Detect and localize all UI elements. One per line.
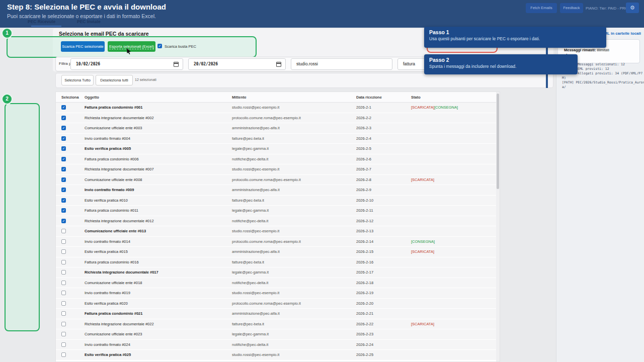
table-row: ✓ Invio contratto firmato #009 amministr… (56, 185, 500, 196)
tab-pec-ricevute[interactable]: PEC Ricevute (28, 19, 55, 24)
deselect-all-button[interactable]: Deseleziona tutti (96, 75, 133, 85)
row-checkbox[interactable]: ✓ (61, 167, 66, 171)
table-scrollbar-thumb[interactable] (497, 94, 499, 189)
row-sender: notifiche@pec-delta.it (232, 219, 356, 223)
download-selected-button[interactable]: Scarica PEC selezionate (61, 41, 105, 52)
select-all-button[interactable]: Seleziona Tutto (61, 75, 94, 85)
row-date: 2026-2-14 (356, 239, 411, 244)
table-row: Esito verifica pratica #025 studio.rossi… (56, 350, 500, 360)
row-subject: Comunicazione ufficiale ente #003 (85, 126, 232, 130)
row-date: 2026-2-6 (356, 157, 411, 161)
row-subject: Invio contratto firmato #019 (85, 291, 232, 295)
calendar-icon[interactable] (276, 62, 281, 67)
row-subject: Richiesta integrazione documentale #017 (85, 270, 232, 275)
table-scrollbar[interactable] (496, 92, 500, 361)
table-row: Invio contratto firmato #019 studio.ross… (56, 288, 500, 299)
mouse-cursor-icon (126, 47, 131, 56)
export-excel-button[interactable]: Esporta selezionati (Excel) (108, 41, 155, 52)
row-checkbox[interactable]: ✓ (61, 136, 66, 141)
row-date: 2026-2-22 (356, 322, 411, 326)
row-checkbox[interactable] (61, 270, 66, 275)
row-date: 2026-2-18 (356, 281, 411, 285)
row-sender: legale@pec-gamma.it (232, 332, 356, 336)
row-checkbox[interactable]: ✓ (61, 177, 66, 182)
table-row: ✓ Richiesta integrazione documentale #01… (56, 216, 500, 227)
row-date: 2026-2-25 (356, 352, 411, 357)
tab-pec-inviate[interactable]: PEC Inviate (77, 19, 101, 24)
row-checkbox[interactable]: ✓ (61, 105, 66, 110)
row-date: 2026-2-9 (356, 188, 411, 192)
row-date: 2026-2-23 (356, 332, 411, 336)
row-checkbox[interactable]: ✓ (61, 208, 66, 213)
row-sender: fatture@pec-beta.it (232, 322, 356, 326)
row-status: [SCARICATA][CONSEGNA] (411, 105, 500, 110)
row-sender: studio.rossi@pec-esempio.it (232, 167, 356, 171)
row-checkbox[interactable] (61, 229, 66, 233)
row-subject: Fattura pratica condominio #006 (85, 157, 232, 161)
row-sender: legale@pec-gamma.it (232, 146, 356, 151)
row-checkbox[interactable] (61, 239, 66, 244)
messages-remaining: Messaggi rimasti: illimitati (564, 48, 609, 52)
tutorial-highlight-2 (5, 103, 40, 331)
row-subject: Richiesta integrazione documentale #012 (85, 219, 232, 223)
row-sender: amministrazione@pec-alfa.it (232, 249, 356, 254)
row-checkbox[interactable] (61, 332, 66, 336)
row-checkbox[interactable] (61, 352, 66, 357)
row-checkbox[interactable]: ✓ (61, 146, 66, 151)
row-checkbox[interactable]: ✓ (61, 116, 66, 120)
row-subject: Richiesta integrazione documentale #007 (85, 167, 232, 171)
step-title: Step 8: Seleziona le PEC e avvia il down… (7, 3, 166, 11)
date-to-input[interactable]: 20/02/2026 (188, 58, 286, 70)
tooltip-passo-1: Passo 1 Usa questi pulsanti per scaricar… (424, 27, 606, 48)
table-row: ✓ Fattura pratica condominio #011 legale… (56, 206, 500, 216)
feedback-button[interactable]: Feedback (560, 3, 583, 13)
step-subtitle: Puoi scaricare le selezionate o esportar… (7, 13, 156, 19)
status-badge: [SCARICATA] (411, 105, 434, 110)
row-date: 2026-2-21 (356, 311, 411, 316)
row-subject: Fattura pratica condominio #021 (85, 311, 232, 316)
table-row: Esito verifica pratica #015 amministrazi… (56, 247, 500, 257)
table-row: ✓ Richiesta integrazione documentale #00… (56, 113, 500, 124)
tutorial-badge-1: 1 (2, 28, 13, 39)
row-subject: Comunicazione ufficiale ente #023 (85, 332, 232, 336)
row-checkbox[interactable]: ✓ (61, 157, 66, 161)
row-checkbox[interactable]: ✓ (61, 188, 66, 192)
eml-folders-link[interactable]: EML in cartelle locali (601, 31, 641, 36)
log-line: Allegati previsti: 34 (PDF/XML/P7 (578, 71, 642, 75)
table-row: ✓ Esito verifica pratica #010 fatture@pe… (56, 196, 500, 206)
section-title: Seleziona le email PEC da scaricare (59, 31, 149, 37)
row-subject: Esito verifica pratica #010 (85, 198, 232, 203)
row-checkbox[interactable] (61, 342, 66, 347)
table-row: Comunicazione ufficiale ente #023 legale… (56, 329, 500, 340)
row-checkbox[interactable] (61, 249, 66, 254)
table-row: Comunicazione ufficiale ente #013 studio… (56, 226, 500, 237)
row-status: [SCARICATA] (411, 322, 500, 326)
row-subject: Fattura pratica condominio #001 (85, 105, 232, 110)
row-checkbox[interactable] (61, 281, 66, 285)
table-row: Fattura pratica condominio #016 fatture@… (56, 257, 500, 268)
row-sender: fatture@pec-beta.it (232, 136, 356, 141)
date-from-input[interactable]: 10/02/2026 (70, 58, 183, 70)
row-subject: Comunicazione ufficiale ente #008 (85, 177, 232, 182)
fetch-emails-button[interactable]: Fetch Emails (526, 3, 557, 13)
row-subject: Comunicazione ufficiale ente #013 (85, 229, 232, 233)
row-checkbox[interactable]: ✓ (61, 126, 66, 130)
row-checkbox[interactable] (61, 311, 66, 316)
row-checkbox[interactable]: ✓ (61, 198, 66, 203)
row-checkbox[interactable] (61, 322, 66, 326)
row-checkbox[interactable] (61, 291, 66, 295)
sender-filter-input[interactable]: studio.rossi (291, 58, 392, 70)
calendar-icon[interactable] (174, 62, 179, 67)
row-sender: fatture@pec-beta.it (232, 198, 356, 203)
row-date: 2026-2-19 (356, 291, 411, 295)
gear-icon[interactable]: ⚙ (626, 3, 639, 13)
row-checkbox[interactable] (61, 260, 66, 264)
row-subject: Invio contratto firmato #009 (85, 188, 232, 192)
busta-pec-checkbox[interactable]: ✓ (157, 44, 162, 48)
log-line: M) (562, 76, 566, 80)
table-row: ✓ Fattura pratica condominio #006 notifi… (56, 154, 500, 165)
row-checkbox[interactable] (61, 301, 66, 306)
table-header: Seleziona Oggetto Mittente Data ricezion… (56, 92, 500, 103)
row-subject: Esito verifica pratica #015 (85, 249, 232, 254)
row-checkbox[interactable]: ✓ (61, 219, 66, 223)
